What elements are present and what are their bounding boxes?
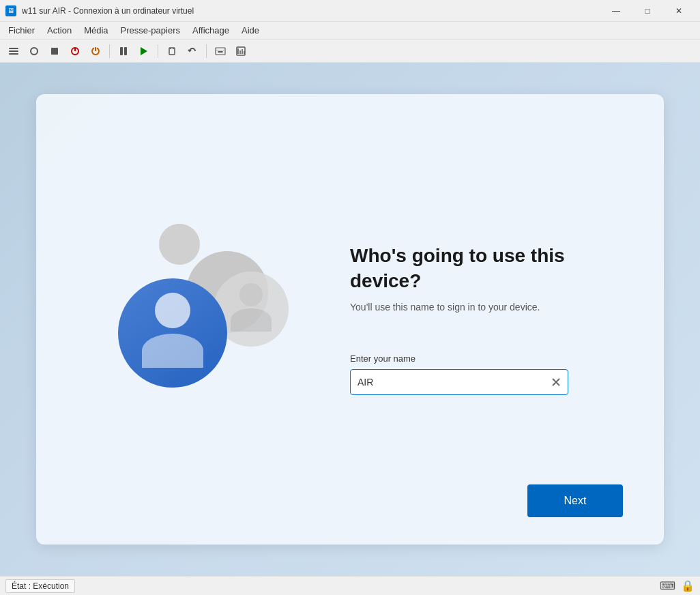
status-right: ⌨ 🔒 — [660, 579, 695, 592]
toolbar-sep-1 — [109, 44, 110, 58]
setup-card: Who's going to use this device? You'll u… — [36, 94, 664, 545]
toolbar-pause-btn[interactable] — [114, 42, 133, 60]
menu-bar: Fichier Action Média Presse-papiers Affi… — [0, 22, 700, 40]
svg-marker-10 — [141, 47, 147, 55]
title-bar: 🖥 w11 sur AIR - Connexion à un ordinateu… — [0, 0, 700, 22]
menu-action[interactable]: Action — [42, 24, 77, 37]
status-left: État : Exécution — [5, 579, 75, 593]
close-button[interactable]: ✕ — [663, 0, 695, 22]
name-input[interactable] — [350, 369, 568, 395]
next-button[interactable]: Next — [527, 484, 623, 517]
avatar-head — [155, 293, 190, 328]
toolbar-sep-2 — [158, 44, 158, 58]
toolbar-shutdown-btn[interactable] — [86, 42, 105, 60]
toolbar-play-btn[interactable] — [134, 42, 154, 60]
toolbar-settings-btn[interactable] — [4, 42, 23, 60]
toolbar-sep-3 — [206, 44, 207, 58]
window-controls: — □ ✕ — [600, 0, 695, 22]
right-content: Who's going to use this device? You'll u… — [323, 244, 623, 395]
menu-presse-papiers[interactable]: Presse-papiers — [115, 24, 186, 37]
toolbar — [0, 40, 700, 63]
lock-status-icon: 🔒 — [681, 579, 695, 592]
toolbar-stop-btn[interactable] — [45, 42, 64, 60]
menu-media[interactable]: Média — [78, 24, 113, 37]
toolbar-power-btn[interactable] — [65, 42, 85, 60]
svg-rect-1 — [9, 50, 18, 52]
toolbar-keyboard-btn[interactable] — [211, 42, 230, 60]
toolbar-undo-btn[interactable] — [183, 42, 202, 60]
toolbar-stats-btn[interactable] — [231, 42, 250, 60]
svg-rect-0 — [9, 48, 18, 49]
menu-aide[interactable]: Aide — [236, 24, 265, 37]
illustration — [77, 183, 323, 456]
setup-subtitle: You'll use this name to sign in to your … — [350, 302, 623, 313]
toolbar-clipboard-btn[interactable] — [162, 42, 181, 60]
avatar-small-bg — [159, 224, 200, 265]
menu-fichier[interactable]: Fichier — [3, 24, 40, 37]
svg-rect-8 — [120, 47, 123, 55]
avatar-secondary-body — [231, 308, 272, 332]
svg-rect-9 — [124, 47, 127, 55]
status-text: État : Exécution — [5, 579, 75, 593]
main-area: Who's going to use this device? You'll u… — [0, 63, 700, 576]
svg-rect-2 — [9, 53, 18, 55]
status-bar: État : Exécution ⌨ 🔒 — [0, 576, 700, 595]
field-label: Enter your name — [350, 353, 623, 364]
minimize-button[interactable]: — — [600, 0, 632, 22]
clear-input-button[interactable] — [549, 375, 563, 389]
svg-rect-11 — [169, 48, 175, 55]
title-bar-left: 🖥 w11 sur AIR - Connexion à un ordinateu… — [5, 5, 194, 16]
maximize-button[interactable]: □ — [632, 0, 663, 22]
setup-title: Who's going to use this device? — [350, 244, 623, 293]
svg-point-3 — [31, 48, 38, 55]
window-title: w11 sur AIR - Connexion à un ordinateur … — [22, 6, 194, 16]
avatar-main — [118, 278, 227, 388]
menu-affichage[interactable]: Affichage — [187, 24, 235, 37]
avatar-secondary-head — [239, 283, 263, 306]
keyboard-status-icon: ⌨ — [660, 579, 675, 592]
toolbar-circle-btn[interactable] — [25, 42, 44, 60]
app-icon: 🖥 — [5, 5, 16, 16]
name-input-wrapper — [350, 369, 568, 395]
avatar-body — [142, 334, 203, 368]
svg-rect-4 — [51, 48, 58, 55]
